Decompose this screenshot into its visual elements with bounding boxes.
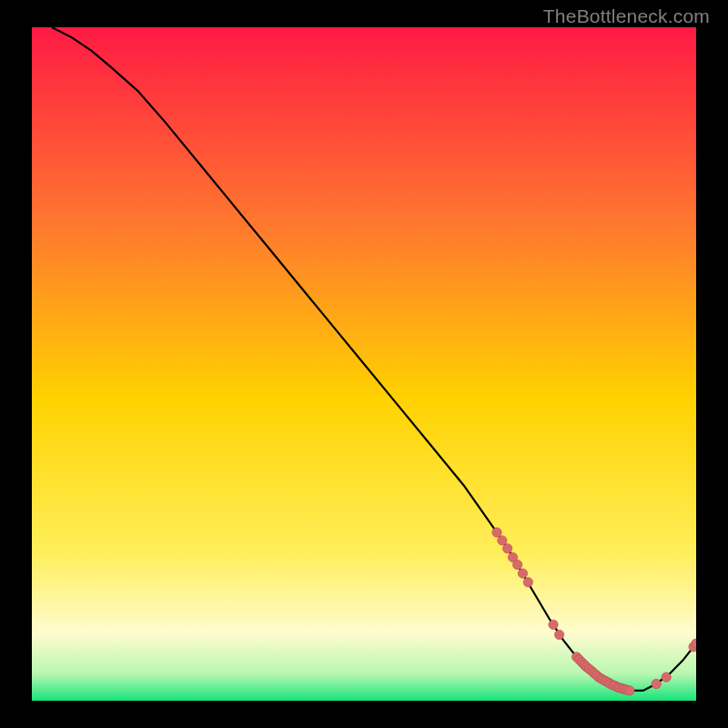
- data-marker: [625, 686, 634, 695]
- watermark-text: TheBottleneck.com: [543, 5, 710, 27]
- data-marker: [662, 672, 671, 682]
- data-marker: [518, 569, 527, 578]
- plot-area: [32, 27, 696, 701]
- data-marker: [498, 536, 507, 545]
- chart-stage: TheBottleneck.com: [0, 0, 728, 728]
- data-marker: [652, 679, 661, 688]
- data-marker: [502, 544, 511, 553]
- data-marker: [523, 578, 532, 587]
- data-marker: [554, 630, 563, 639]
- chart-svg: [32, 27, 696, 701]
- data-marker: [549, 620, 558, 629]
- data-marker: [492, 528, 501, 537]
- data-marker: [512, 560, 521, 569]
